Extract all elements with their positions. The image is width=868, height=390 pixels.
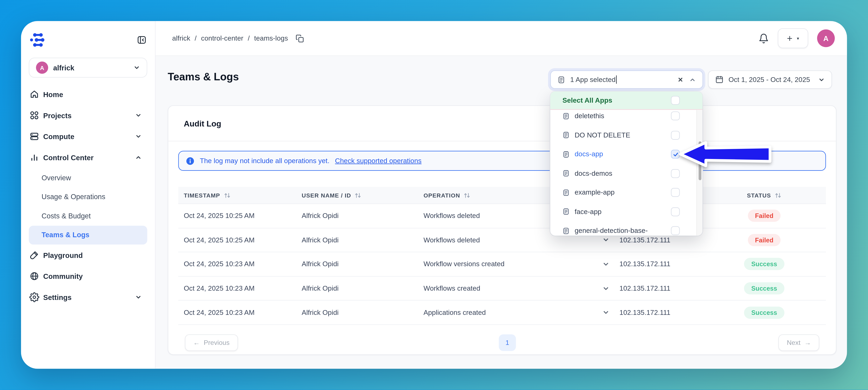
column-status[interactable]: STATUS	[703, 192, 826, 199]
previous-page-button[interactable]: ← Previous	[185, 334, 238, 351]
breadcrumb-workspace[interactable]: alfrick	[172, 34, 190, 42]
sidebar-item-compute[interactable]: Compute	[21, 126, 155, 147]
cell-operation: Applications created	[418, 309, 597, 316]
app-option[interactable]: deletethis	[550, 110, 703, 126]
sidebar-item-label: Playground	[43, 251, 83, 259]
compute-icon	[29, 132, 39, 141]
sidebar-item-label: Compute	[43, 132, 74, 141]
row-expand-chevron-icon[interactable]	[597, 309, 614, 316]
app-option[interactable]: DO NOT DELETE	[550, 126, 703, 145]
cell-user: Alfrick Opidi	[296, 284, 418, 292]
sidebar-item-overview[interactable]: Overview	[21, 168, 155, 187]
next-page-button[interactable]: Next →	[778, 334, 819, 351]
sidebar-item-label: Community	[43, 272, 83, 280]
clear-selection-icon[interactable]: ✕	[678, 76, 683, 84]
app-checkbox[interactable]	[671, 226, 680, 235]
sidebar-item-community[interactable]: Community	[21, 266, 155, 287]
cell-ip: 102.135.172.111	[614, 236, 703, 244]
topbar-actions: + ▾ A	[758, 28, 835, 48]
table-row: Oct 24, 2025 10:23 AM Alfrick Opidi Work…	[178, 277, 826, 301]
app-checkbox[interactable]	[671, 207, 680, 216]
file-icon	[562, 227, 569, 234]
app-checkbox[interactable]	[671, 169, 680, 178]
file-icon	[562, 189, 569, 196]
row-expand-chevron-icon[interactable]	[597, 285, 614, 292]
column-user[interactable]: USER NAME / ID	[296, 192, 418, 199]
app-logo-icon[interactable]	[29, 32, 46, 48]
user-avatar[interactable]: A	[817, 29, 835, 47]
breadcrumb-page[interactable]: teams-logs	[254, 34, 288, 42]
cell-timestamp: Oct 24, 2025 10:23 AM	[178, 260, 297, 268]
app-checkbox-checked[interactable]	[671, 150, 680, 159]
chevron-up-icon[interactable]	[689, 76, 696, 83]
file-icon	[562, 112, 569, 120]
breadcrumb-separator: /	[195, 34, 196, 42]
sidebar-nav: Home Projects Compute Control Center	[21, 84, 155, 308]
dropdown-scrollbar[interactable]	[696, 110, 703, 235]
audit-log-card: Audit Log The log may not include all op…	[168, 105, 837, 355]
info-banner: The log may not include all operations y…	[178, 151, 826, 171]
chevron-down-icon	[135, 294, 142, 301]
breadcrumb: alfrick / control-center / teams-logs	[172, 34, 304, 43]
app-option[interactable]: face-app	[550, 202, 703, 221]
chevron-down-icon	[133, 64, 140, 71]
card-title: Audit Log	[168, 106, 836, 141]
app-selector-dropdown: Select All Apps deletethis	[550, 91, 703, 235]
date-range-picker[interactable]: Oct 1, 2025 - Oct 24, 2025	[708, 71, 832, 89]
sidebar-item-control-center[interactable]: Control Center	[21, 147, 155, 168]
app-option-docs-app[interactable]: docs-app	[550, 145, 703, 164]
app-option[interactable]: example-app	[550, 183, 703, 202]
cell-ip: 102.135.172.111	[614, 260, 703, 268]
status-badge: Success	[744, 258, 784, 270]
topbar: alfrick / control-center / teams-logs + …	[156, 21, 847, 56]
chevron-down-icon	[818, 76, 825, 83]
column-timestamp[interactable]: TIMESTAMP	[178, 192, 297, 199]
select-all-apps-option[interactable]: Select All Apps	[550, 91, 703, 110]
sidebar-item-home[interactable]: Home	[21, 84, 155, 105]
caret-down-icon: ▾	[797, 36, 799, 41]
sidebar-item-usage-operations[interactable]: Usage & Operations	[21, 187, 155, 206]
app-selector-input[interactable]: 1 App selected ✕	[550, 71, 703, 89]
sort-icon[interactable]	[354, 192, 362, 199]
app-option[interactable]: general-detection-base-	[550, 221, 703, 236]
sidebar: A alfrick Home Projects Compute	[21, 21, 156, 369]
workspace-switcher[interactable]: A alfrick	[29, 58, 147, 78]
cell-operation: Workflows created	[418, 284, 597, 292]
sort-icon[interactable]	[774, 192, 782, 199]
sort-icon[interactable]	[223, 192, 230, 199]
cell-timestamp: Oct 24, 2025 10:25 AM	[178, 236, 297, 244]
row-expand-chevron-icon[interactable]	[597, 236, 614, 244]
notifications-bell-icon[interactable]	[758, 33, 769, 44]
create-new-button[interactable]: + ▾	[778, 28, 808, 48]
page-number-button[interactable]: 1	[499, 334, 516, 351]
status-badge: Failed	[748, 210, 781, 222]
page-title: Teams & Logs	[168, 71, 239, 83]
copy-icon[interactable]	[296, 34, 304, 43]
sidebar-item-costs-budget[interactable]: Costs & Budget	[21, 206, 155, 225]
sort-icon[interactable]	[463, 192, 471, 199]
cell-user: Alfrick Opidi	[296, 260, 418, 268]
sidebar-item-projects[interactable]: Projects	[21, 105, 155, 126]
sidebar-collapse-icon[interactable]	[137, 35, 146, 44]
select-all-checkbox[interactable]	[671, 96, 680, 105]
app-option[interactable]: docs-demos	[550, 164, 703, 183]
app-checkbox[interactable]	[671, 188, 680, 197]
supported-operations-link[interactable]: Check supported operations	[335, 157, 422, 165]
breadcrumb-section[interactable]: control-center	[201, 34, 244, 42]
info-icon	[186, 157, 194, 165]
table-header: TIMESTAMP USER NAME / ID OPERATION STATU…	[178, 187, 826, 204]
status-badge: Failed	[748, 234, 781, 246]
globe-icon	[29, 271, 39, 281]
app-checkbox[interactable]	[671, 112, 680, 120]
workspace-avatar: A	[36, 61, 48, 74]
cell-user: Alfrick Opidi	[296, 309, 418, 316]
app-selector-value: 1 App selected	[570, 76, 616, 84]
table-row: Oct 24, 2025 10:25 AM Alfrick Opidi Work…	[178, 228, 826, 252]
projects-icon	[29, 110, 39, 120]
row-expand-chevron-icon[interactable]	[597, 261, 614, 268]
sidebar-item-settings[interactable]: Settings	[21, 287, 155, 308]
scrollbar-thumb[interactable]	[698, 141, 701, 180]
sidebar-item-teams-logs[interactable]: Teams & Logs	[29, 225, 147, 245]
app-checkbox[interactable]	[671, 131, 680, 140]
sidebar-item-playground[interactable]: Playground	[21, 245, 155, 266]
